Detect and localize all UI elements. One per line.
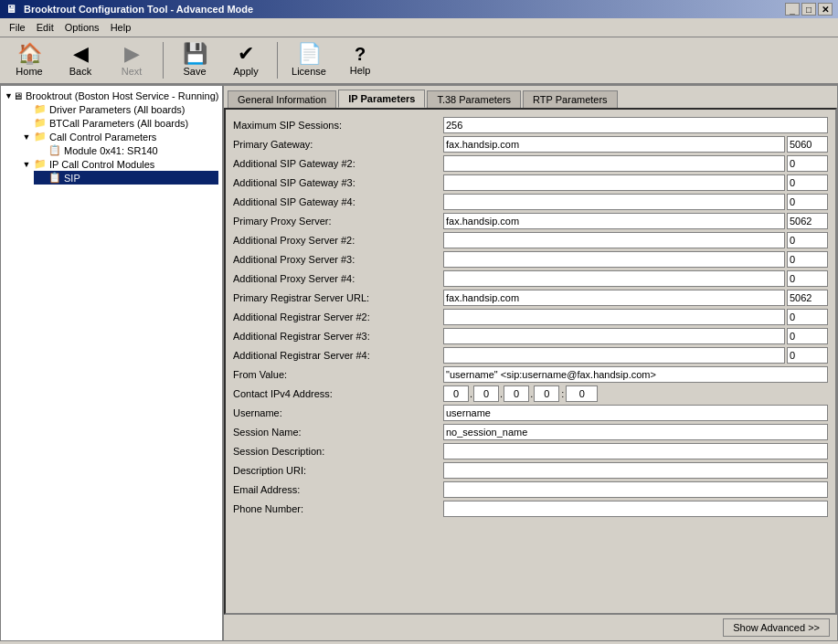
input-group-proxy-2 [443,232,828,248]
window-title: Brooktrout Configuration Tool - Advanced… [24,4,253,15]
tab-label-t38: T.38 Parameters [437,94,511,105]
toolbar-separator-2 [277,42,278,79]
back-button[interactable]: ◀ Back [57,40,104,80]
input-primary-gateway[interactable] [443,136,785,153]
input-email[interactable] [443,481,828,498]
module-icon: 📋 [48,144,61,156]
label-sip-gw-2: Additional SIP Gateway #2: [233,158,443,169]
form-row-email: Email Address: [233,481,828,498]
menu-edit[interactable]: Edit [31,20,59,35]
ip-octet-1[interactable] [443,385,469,402]
help-button[interactable]: ? Help [336,40,384,80]
input-sip-gw-4[interactable] [443,194,785,210]
apply-button[interactable]: ✔ Apply [222,40,270,80]
input-registrar-2-port[interactable] [787,309,828,325]
form-row-proxy-4: Additional Proxy Server #4: [233,270,828,287]
input-group-registrar-4 [443,347,828,364]
input-group-proxy-3 [443,251,828,268]
input-proxy-4-port[interactable] [787,270,828,287]
input-sip-gw-3-port[interactable] [787,174,828,191]
window-controls: _ □ ✕ [785,3,833,16]
input-desc-uri[interactable] [443,462,828,479]
show-advanced-button[interactable]: Show Advanced >> [723,618,830,637]
form-row-username: Username: [233,405,828,421]
input-sip-gw-2-port[interactable] [787,155,828,172]
input-proxy-3-port[interactable] [787,251,828,268]
help-icon: ? [355,45,366,63]
input-max-sip[interactable] [443,117,828,133]
menu-file[interactable]: File [4,20,31,35]
input-sip-gw-3[interactable] [443,174,785,191]
label-sip-gw-3: Additional SIP Gateway #3: [233,177,443,188]
maximize-button[interactable]: □ [801,3,816,16]
form-row-max-sip: Maximum SIP Sessions: [233,117,828,133]
apply-label: Apply [233,66,259,77]
input-phone[interactable] [443,501,828,517]
home-button[interactable]: 🏠 Home [5,40,53,80]
tree-item-driver-params[interactable]: 📁 Driver Parameters (All boards) [19,102,218,116]
form-row-registrar-2: Additional Registrar Server #2: [233,309,828,325]
input-session-name[interactable] [443,424,828,440]
folder-icon-2: 📁 [34,117,47,129]
sip-icon: 📋 [48,172,61,184]
input-proxy-2[interactable] [443,232,785,248]
input-registrar-3-port[interactable] [787,328,828,344]
input-primary-registrar-port[interactable] [787,290,828,306]
menu-help[interactable]: Help [105,20,137,35]
input-registrar-2[interactable] [443,309,785,325]
label-proxy-2: Additional Proxy Server #2: [233,235,443,246]
save-button[interactable]: 💾 Save [171,40,218,80]
next-button[interactable]: ▶ Next [108,40,155,80]
tab-label-ip: IP Parameters [348,93,415,104]
tab-ip-parameters[interactable]: IP Parameters [338,90,425,108]
input-group-sip-gw-4 [443,194,828,210]
input-registrar-3[interactable] [443,328,785,344]
ip-group: . . . : [443,385,598,402]
ip-octet-2[interactable] [473,385,499,402]
tab-t38-parameters[interactable]: T.38 Parameters [427,90,521,108]
input-sip-gw-2[interactable] [443,155,785,172]
input-username[interactable] [443,405,828,421]
tab-general-information[interactable]: General Information [228,90,336,108]
home-label: Home [16,66,42,77]
label-primary-proxy: Primary Proxy Server: [233,216,443,227]
home-icon: 🏠 [17,44,42,64]
input-group-registrar-2 [443,309,828,325]
input-registrar-4[interactable] [443,347,785,364]
tree-item-btcall[interactable]: 📁 BTCall Parameters (All boards) [19,116,218,130]
input-from-value[interactable] [443,366,828,383]
ip-octet-3[interactable] [504,385,529,402]
tree-label-ip-call: IP Call Control Modules [49,159,154,170]
input-sip-gw-4-port[interactable] [787,194,828,210]
input-primary-registrar[interactable] [443,290,785,306]
expand-icon-call: ▼ [19,132,34,142]
minimize-button[interactable]: _ [785,3,800,16]
tree-item-ip-call-control[interactable]: ▼ 📁 IP Call Control Modules [19,157,218,171]
tab-rtp-parameters[interactable]: RTP Parameters [523,90,618,108]
input-proxy-4[interactable] [443,270,785,287]
tree-item-brooktrout[interactable]: ▼ 🖥 Brooktrout (Boston Host Service - Ru… [5,90,218,102]
input-proxy-2-port[interactable] [787,232,828,248]
license-icon: 📄 [297,44,322,64]
license-button[interactable]: 📄 License [285,40,333,80]
label-max-sip: Maximum SIP Sessions: [233,120,443,131]
input-registrar-4-port[interactable] [787,347,828,364]
label-phone: Phone Number: [233,503,443,514]
label-from-value: From Value: [233,369,443,380]
input-session-desc[interactable] [443,443,828,459]
close-button[interactable]: ✕ [818,3,833,16]
label-primary-registrar: Primary Registrar Server URL: [233,292,443,303]
tree-label-call-control: Call Control Parameters [49,132,156,143]
input-primary-proxy-port[interactable] [787,213,828,229]
menu-options[interactable]: Options [59,20,105,35]
input-primary-proxy[interactable] [443,213,785,229]
ip-colon: : [559,388,566,399]
tree-item-sip[interactable]: 📋 SIP [34,171,218,185]
ip-octet-4[interactable] [534,385,559,402]
tree-item-call-control[interactable]: ▼ 📁 Call Control Parameters [19,130,218,143]
form-row-proxy-2: Additional Proxy Server #2: [233,232,828,248]
tree-item-module[interactable]: 📋 Module 0x41: SR140 [34,143,218,157]
input-proxy-3[interactable] [443,251,785,268]
input-primary-gateway-port[interactable] [787,136,828,153]
ip-port-field[interactable] [566,385,598,402]
